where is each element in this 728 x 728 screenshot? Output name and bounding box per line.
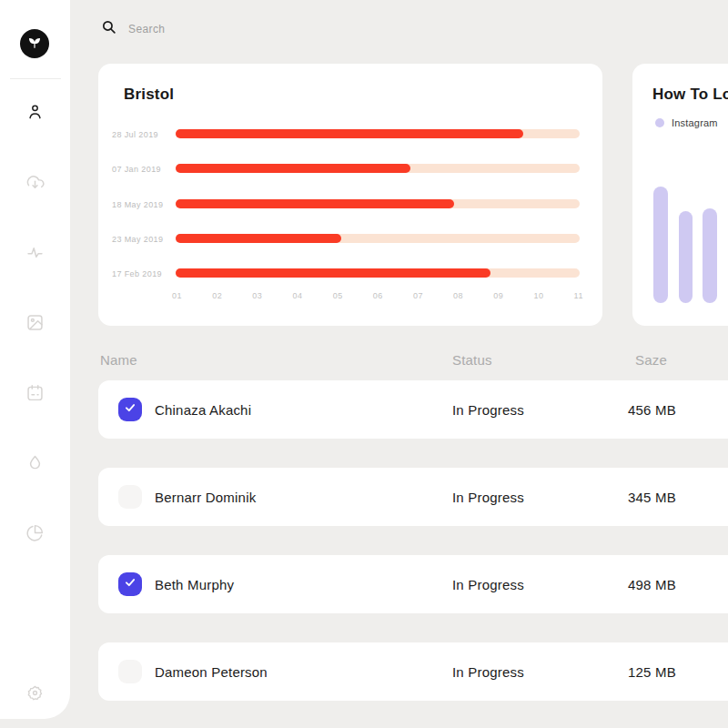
instagram-legend-dot [655, 118, 664, 127]
instagram-bar [703, 208, 717, 303]
bar-row-date-label: 23 May 2019 [112, 235, 170, 244]
x-axis-tick: 08 [453, 291, 463, 300]
row-checkbox[interactable] [118, 485, 142, 509]
bar-row: 28 Jul 2019 [98, 129, 602, 138]
x-axis-tick: 05 [333, 291, 343, 300]
cell-status: In Progress [452, 577, 524, 592]
bar-row: 23 May 2019 [98, 234, 602, 243]
sprout-logo-icon [26, 34, 43, 54]
person-icon [25, 103, 45, 122]
bar-track [176, 199, 580, 208]
x-axis-tick: 02 [212, 291, 222, 300]
cell-size: 125 MB [628, 664, 676, 680]
bar-row-date-label: 28 Jul 2019 [112, 130, 170, 139]
cell-name: Beth Murphy [155, 577, 234, 592]
column-header-name: Name [100, 352, 137, 368]
bar-row: 18 May 2019 [98, 199, 602, 208]
bar-row-date-label: 07 Jan 2019 [112, 165, 170, 174]
bar-track [176, 164, 580, 173]
sidebar-item-activity[interactable] [25, 243, 45, 262]
sidebar-item-upload[interactable] [25, 173, 45, 192]
sidebar-item-stats[interactable] [25, 523, 45, 542]
bristol-chart-x-axis: 0102030405060708091011 [172, 291, 583, 300]
cell-status: In Progress [452, 664, 524, 680]
bar-fill [176, 129, 523, 138]
instagram-bar [653, 187, 668, 303]
cell-size: 498 MB [628, 577, 676, 592]
column-header-saze: Saze [635, 352, 667, 368]
table-row[interactable]: Dameon PetersonIn Progress125 MB [98, 642, 728, 701]
checkmark-icon [124, 576, 136, 592]
sidebar-item-profile[interactable] [25, 103, 45, 122]
x-axis-tick: 11 [574, 291, 583, 300]
x-axis-tick: 03 [252, 291, 262, 300]
cell-size: 345 MB [628, 490, 676, 505]
table-row[interactable]: Bernarr DominikIn Progress345 MB [98, 468, 728, 526]
checkmark-icon [124, 401, 136, 418]
instagram-chart-card: How To Lo Instagram [632, 64, 728, 326]
instagram-legend-label: Instagram [672, 117, 718, 128]
x-axis-tick: 04 [292, 291, 302, 300]
table-row[interactable]: Chinaza AkachiIn Progress456 MB [98, 380, 728, 439]
sidebar-item-trending[interactable] [25, 453, 45, 472]
cell-size: 456 MB [628, 402, 676, 418]
bar-row: 17 Feb 2019 [98, 268, 602, 278]
search-bar[interactable]: Search [101, 19, 165, 38]
sidebar-divider [10, 78, 61, 79]
gear-icon [25, 683, 45, 703]
calendar-icon [25, 383, 45, 402]
flame-icon [25, 453, 45, 472]
sidebar [0, 0, 70, 719]
bar-track [176, 129, 580, 138]
cloud-download-icon [25, 173, 45, 192]
x-axis-tick: 09 [493, 291, 503, 300]
cell-status: In Progress [452, 402, 524, 418]
bar-track [176, 234, 580, 243]
bar-row: 07 Jan 2019 [98, 164, 602, 173]
row-checkbox[interactable] [118, 572, 142, 596]
bar-track [176, 268, 580, 278]
settings-button[interactable] [25, 683, 45, 703]
search-placeholder: Search [128, 23, 165, 35]
legend: Instagram [655, 117, 718, 128]
sidebar-item-calendar[interactable] [25, 383, 45, 402]
x-axis-tick: 10 [533, 291, 543, 300]
x-axis-tick: 06 [373, 291, 383, 300]
table-row[interactable]: Beth MurphyIn Progress498 MB [98, 555, 728, 613]
bristol-chart-card: Bristol 28 Jul 201907 Jan 201918 May 201… [98, 64, 602, 326]
app-logo[interactable] [20, 29, 49, 58]
instagram-bar [679, 211, 693, 303]
bar-fill [176, 234, 341, 243]
bar-row-date-label: 18 May 2019 [112, 200, 170, 209]
cell-status: In Progress [452, 490, 524, 505]
bar-fill [176, 199, 454, 208]
bar-row-date-label: 17 Feb 2019 [112, 269, 170, 278]
bar-fill [176, 164, 410, 173]
sidebar-item-gallery[interactable] [25, 313, 45, 332]
x-axis-tick: 01 [172, 291, 182, 300]
pie-chart-icon [25, 523, 45, 542]
row-checkbox[interactable] [118, 398, 142, 421]
search-icon [101, 19, 116, 38]
x-axis-tick: 07 [413, 291, 423, 300]
activity-icon [25, 243, 45, 262]
column-header-status: Status [452, 352, 492, 368]
image-icon [25, 313, 45, 332]
instagram-chart-title: How To Lo [652, 86, 728, 104]
row-checkbox[interactable] [118, 660, 142, 683]
cell-name: Chinaza Akachi [155, 402, 251, 418]
cell-name: Dameon Peterson [155, 664, 268, 680]
bristol-chart-title: Bristol [124, 86, 174, 104]
cell-name: Bernarr Dominik [155, 490, 256, 505]
bar-fill [176, 268, 490, 278]
